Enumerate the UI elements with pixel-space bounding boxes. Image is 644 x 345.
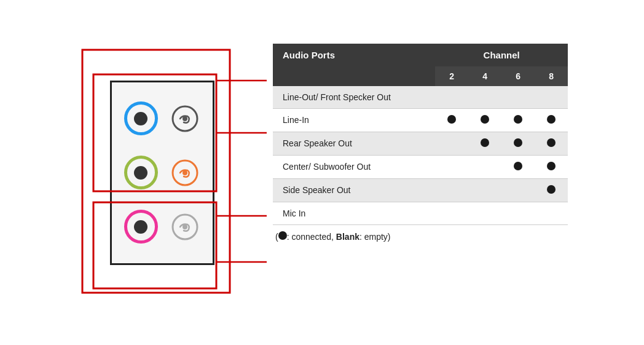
row-cell-ch4 <box>468 132 501 155</box>
ch8-header: 8 <box>535 66 568 86</box>
row-label: Rear Speaker Out <box>273 132 435 155</box>
mic-jack <box>124 210 158 244</box>
row-cell-ch6 <box>501 108 535 132</box>
dot-icon <box>514 162 522 170</box>
ch4-header: 4 <box>468 66 501 86</box>
row-cell-ch6 <box>501 202 535 224</box>
jack-row-1 <box>118 101 206 135</box>
row-label: Center/ Subwoofer Out <box>273 155 435 178</box>
line-out-jack <box>124 101 158 135</box>
ch6-header: 6 <box>501 66 535 86</box>
legend: (: connected, Blank: empty) <box>273 231 568 242</box>
row-cell-ch4 <box>468 86 501 109</box>
row-cell-ch6 <box>501 86 535 109</box>
legend-blank: Blank <box>336 232 359 242</box>
line-in-jack-inner <box>134 166 147 180</box>
row-cell-ch2 <box>435 202 468 224</box>
audio-ports-header: Audio Ports <box>273 44 435 66</box>
row-cell-ch4 <box>468 202 501 224</box>
row-cell-ch2 <box>435 155 468 178</box>
row-label: Line-In <box>273 108 435 132</box>
dot-icon <box>547 185 556 194</box>
line-in-jack <box>124 156 158 189</box>
dot-icon <box>547 115 556 124</box>
dot-icon <box>447 115 456 124</box>
table-row: Line-Out/ Front Specker Out <box>273 86 568 109</box>
audio-ports-subheader <box>273 66 435 86</box>
line-out-jack-inner <box>134 112 147 125</box>
row-cell-ch8 <box>535 155 568 178</box>
mic-connector <box>170 212 200 242</box>
legend-dot <box>278 231 287 240</box>
dot-icon <box>481 138 489 147</box>
audio-ports-table: Audio Ports Channel 2 4 6 8 Line-Out/ Fr… <box>273 44 568 225</box>
row-cell-ch6 <box>501 178 535 202</box>
svg-point-10 <box>183 170 187 175</box>
row-cell-ch4 <box>468 178 501 202</box>
diagram-panel <box>76 44 273 302</box>
jack-panel <box>110 81 214 265</box>
row-label: Mic In <box>273 202 435 224</box>
row-cell-ch6 <box>501 132 535 155</box>
row-cell-ch8 <box>535 202 568 224</box>
table-row: Mic In <box>273 202 568 224</box>
row-cell-ch2 <box>435 108 468 132</box>
dot-icon <box>514 115 522 124</box>
ch2-header: 2 <box>435 66 468 86</box>
legend-blank-suffix: : empty) <box>359 232 391 242</box>
dot-icon <box>481 115 489 124</box>
main-container: Audio Ports Channel 2 4 6 8 Line-Out/ Fr… <box>64 31 580 314</box>
row-cell-ch8 <box>535 178 568 202</box>
dot-icon <box>547 162 556 170</box>
line-out-connector <box>170 103 200 134</box>
svg-point-8 <box>183 116 187 121</box>
dot-icon <box>547 138 556 147</box>
line-in-connector <box>170 157 200 188</box>
row-label: Side Speaker Out <box>273 178 435 202</box>
table-row: Rear Speaker Out <box>273 132 568 155</box>
svg-point-12 <box>183 224 187 229</box>
row-cell-ch2 <box>435 132 468 155</box>
row-label: Line-Out/ Front Specker Out <box>273 86 435 109</box>
row-cell-ch4 <box>468 155 501 178</box>
row-cell-ch2 <box>435 86 468 109</box>
row-cell-ch2 <box>435 178 468 202</box>
table-row: Center/ Subwoofer Out <box>273 155 568 178</box>
table-row: Side Speaker Out <box>273 178 568 202</box>
legend-connected: : connected, <box>287 232 336 242</box>
mic-jack-inner <box>134 220 147 234</box>
dot-icon <box>514 138 522 147</box>
row-cell-ch6 <box>501 155 535 178</box>
row-cell-ch8 <box>535 132 568 155</box>
table-row: Line-In <box>273 108 568 132</box>
row-cell-ch8 <box>535 86 568 109</box>
table-container: Audio Ports Channel 2 4 6 8 Line-Out/ Fr… <box>273 44 568 242</box>
jack-row-2 <box>118 156 206 189</box>
jack-row-3 <box>118 210 206 244</box>
channel-header: Channel <box>435 44 568 66</box>
row-cell-ch4 <box>468 108 501 132</box>
row-cell-ch8 <box>535 108 568 132</box>
